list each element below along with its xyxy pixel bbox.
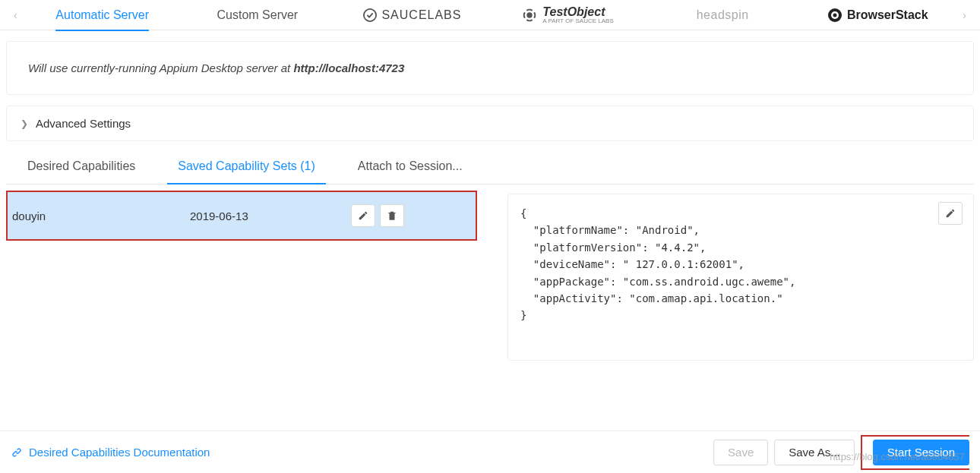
capabilities-json-panel: { "platformName": "Android", "platformVe… [507,184,974,361]
testobject-icon [521,7,538,24]
saved-sets-list: douyin 2019-06-13 [6,191,477,241]
subtab-attach-session[interactable]: Attach to Session... [337,149,484,184]
tab-browserstack-label: BrowserStack [847,8,928,22]
pencil-icon [358,210,368,221]
start-session-highlight: Start Session [861,435,969,470]
server-info-url: http://localhost:4723 [293,61,404,74]
capabilities-subtabs: Desired Capabilities Saved Capability Se… [6,149,974,184]
saucelabs-icon [363,8,377,22]
tab-saucelabs[interactable]: SAUCELABS [335,0,490,30]
advanced-settings-toggle[interactable]: ❯ Advanced Settings [6,106,974,141]
tabs-scroll-left[interactable]: ‹ [6,9,25,21]
main-content: douyin 2019-06-13 [6,184,974,361]
pencil-icon [945,208,956,219]
tabs-scroll-right[interactable]: › [955,9,974,21]
tab-headspin[interactable]: headspin [645,0,800,30]
start-session-button[interactable]: Start Session [873,440,969,465]
footer-bar: Desired Capabilities Documentation Save … [0,430,980,473]
edit-saved-set-button[interactable] [351,204,375,227]
tab-custom-server-label: Custom Server [217,8,298,22]
subtab-desired-capabilities[interactable]: Desired Capabilities [6,149,156,184]
svg-point-3 [833,13,836,17]
chevron-right-icon: ❯ [21,118,28,129]
tab-testobject-title: TestObject [542,6,613,18]
server-tab-bar: ‹ Automatic Server Custom Server SAUCELA… [0,0,980,30]
tab-automatic-server-label: Automatic Server [55,8,149,22]
capabilities-json-text: { "platformName": "Android", "platformVe… [520,205,961,324]
tab-automatic-server[interactable]: Automatic Server [25,0,180,30]
server-info-prefix: Will use currently-running Appium Deskto… [28,61,293,74]
subtab-saved-label: Saved Capability Sets (1) [178,159,315,172]
server-info-card: Will use currently-running Appium Deskto… [6,41,974,95]
trash-icon [387,210,397,221]
save-as-button[interactable]: Save As... [774,440,855,465]
tab-saucelabs-label: SAUCELABS [381,8,461,22]
saved-set-actions [351,204,473,227]
tab-testobject-sub: A PART OF SAUCE LABS [542,18,613,24]
advanced-settings-label: Advanced Settings [36,117,131,130]
browserstack-icon [827,8,842,23]
tab-browserstack[interactable]: BrowserStack [800,0,955,30]
link-icon [11,446,23,459]
docs-link[interactable]: Desired Capabilities Documentation [11,446,210,459]
subtab-attach-label: Attach to Session... [358,159,463,172]
subtab-saved-capability-sets[interactable]: Saved Capability Sets (1) [156,149,337,184]
tab-custom-server[interactable]: Custom Server [180,0,335,30]
saved-sets-panel: douyin 2019-06-13 [6,184,477,361]
tab-headspin-label: headspin [697,8,749,22]
delete-saved-set-button[interactable] [380,204,404,227]
capabilities-json-card: { "platformName": "Android", "platformVe… [507,194,974,361]
saved-set-name: douyin [11,210,190,222]
docs-link-label: Desired Capabilities Documentation [29,446,210,459]
subtab-desired-label: Desired Capabilities [27,159,135,172]
edit-json-button[interactable] [938,202,963,225]
tab-testobject[interactable]: TestObject A PART OF SAUCE LABS [490,0,645,30]
saved-set-date: 2019-06-13 [190,210,351,222]
saved-set-row[interactable]: douyin 2019-06-13 [8,192,476,239]
save-button[interactable]: Save [713,440,768,465]
svg-point-0 [364,8,376,20]
